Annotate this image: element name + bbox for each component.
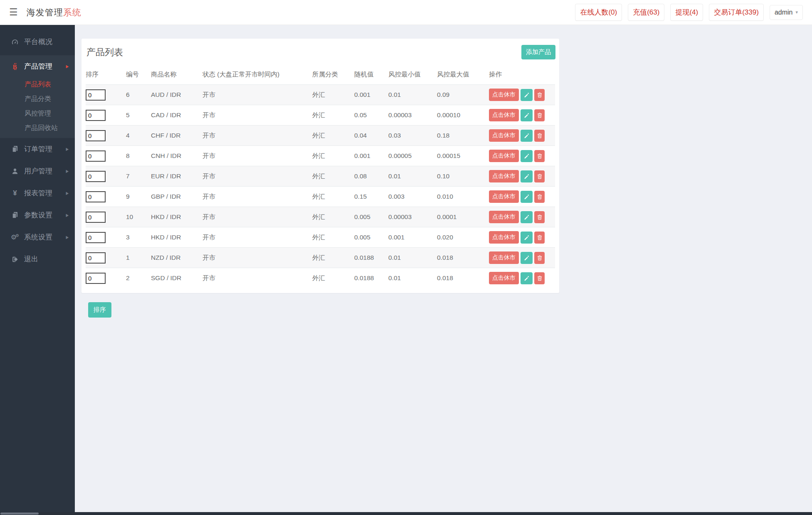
sort-order-input[interactable] [86, 273, 106, 284]
header-stat-button-0[interactable]: 在线人数(0) [575, 4, 622, 21]
edit-button[interactable] [521, 191, 533, 203]
sort-order-input[interactable] [86, 171, 106, 182]
trash-icon [537, 153, 542, 159]
sort-order-input[interactable] [86, 130, 106, 141]
delete-button[interactable] [534, 170, 545, 182]
cell-random-value: 0.005 [354, 227, 388, 248]
trash-icon [537, 234, 542, 240]
close-market-button[interactable]: 点击休市 [489, 129, 519, 142]
cell-sort [86, 146, 126, 166]
delete-button[interactable] [534, 272, 545, 284]
sidebar-subitem-product-recycle[interactable]: 产品回收站 [0, 121, 75, 136]
delete-button[interactable] [534, 252, 545, 264]
sort-order-input[interactable] [86, 191, 106, 202]
sort-button[interactable]: 排序 [88, 302, 111, 318]
chevron-right-icon: ▶ [66, 147, 69, 151]
table-row: 5CAD / IDR开市外汇0.050.000030.00010点击休市 [86, 105, 555, 126]
horizontal-scrollbar[interactable] [0, 512, 812, 515]
edit-button[interactable] [521, 150, 533, 162]
trash-icon [537, 255, 542, 261]
sidebar-subitem-product-list[interactable]: 产品列表 [0, 77, 75, 92]
close-market-button[interactable]: 点击休市 [489, 150, 519, 162]
column-header-1: 编号 [126, 65, 151, 85]
sort-order-input[interactable] [86, 212, 106, 223]
add-product-button[interactable]: 添加产品 [521, 45, 555, 59]
column-header-2: 商品名称 [151, 65, 202, 85]
cell-status: 开市 [202, 105, 312, 126]
sidebar-item-report-management[interactable]: ¥报表管理▶ [0, 182, 75, 204]
delete-button[interactable] [534, 232, 545, 244]
user-menu-button[interactable]: admin ▾ [770, 5, 803, 20]
sidebar-item-user-management[interactable]: 用户管理▶ [0, 160, 75, 182]
sidebar-item-logout[interactable]: 退出 [0, 248, 75, 270]
cell-product-name: HKD / IDR [151, 227, 202, 248]
header-stat-button-3[interactable]: 交易订单(339) [709, 4, 764, 21]
cell-risk-min: 0.001 [388, 227, 437, 248]
chevron-right-icon: ▶ [66, 191, 69, 195]
delete-button[interactable] [534, 211, 545, 223]
close-market-button[interactable]: 点击休市 [489, 190, 519, 203]
cell-actions: 点击休市 [489, 268, 555, 288]
edit-button[interactable] [521, 272, 533, 284]
sort-order-input[interactable] [86, 252, 106, 264]
table-row: 10HKD / IDR开市外汇0.0050.000030.0001点击休市 [86, 207, 555, 227]
close-market-button[interactable]: 点击休市 [489, 109, 519, 121]
edit-button[interactable] [521, 89, 533, 101]
row-actions: 点击休市 [489, 89, 554, 101]
cell-random-value: 0.0188 [354, 248, 388, 268]
chevron-right-icon: ▶ [66, 169, 69, 173]
sidebar-subitem-risk-management[interactable]: 风控管理 [0, 106, 75, 121]
sort-order-input[interactable] [86, 110, 106, 121]
delete-button[interactable] [534, 109, 545, 121]
edit-button[interactable] [521, 130, 533, 142]
cell-status: 开市 [202, 268, 312, 288]
sidebar-item-dashboard[interactable]: 平台概况 [0, 31, 75, 53]
close-market-button[interactable]: 点击休市 [489, 231, 519, 244]
table-row: 6AUD / IDR开市外汇0.0010.010.09点击休市 [86, 85, 555, 105]
delete-button[interactable] [534, 89, 545, 101]
cell-sort [86, 268, 126, 288]
sort-order-input[interactable] [86, 89, 106, 101]
close-market-button[interactable]: 点击休市 [489, 272, 519, 284]
cell-risk-max: 0.00015 [437, 146, 489, 166]
sidebar-item-product-management[interactable]: B产品管理▶ [0, 55, 75, 77]
card-header: 产品列表 添加产品 [81, 39, 559, 65]
delete-button[interactable] [534, 150, 545, 162]
delete-button[interactable] [534, 191, 545, 203]
pencil-icon [524, 113, 529, 118]
row-actions: 点击休市 [489, 251, 554, 264]
edit-button[interactable] [521, 211, 533, 223]
cell-category: 外汇 [312, 268, 354, 288]
hamburger-menu-icon[interactable]: ☰ [9, 7, 18, 17]
sidebar-group-order-management: 订单管理▶ [0, 138, 75, 160]
close-market-button[interactable]: 点击休市 [489, 211, 519, 223]
cell-id: 7 [126, 166, 151, 187]
close-market-button[interactable]: 点击休市 [489, 251, 519, 264]
sort-order-input[interactable] [86, 150, 106, 162]
row-actions: 点击休市 [489, 170, 554, 182]
delete-button[interactable] [534, 130, 545, 142]
edit-button[interactable] [521, 170, 533, 182]
cell-sort [86, 248, 126, 268]
cell-category: 外汇 [312, 85, 354, 105]
close-market-button[interactable]: 点击休市 [489, 89, 519, 101]
cell-actions: 点击休市 [489, 166, 555, 187]
sidebar-subitem-product-category[interactable]: 产品分类 [0, 92, 75, 106]
edit-button[interactable] [521, 232, 533, 244]
header-stat-button-2[interactable]: 提现(4) [670, 4, 703, 21]
table-row: 9GBP / IDR开市外汇0.150.0030.010点击休市 [86, 187, 555, 207]
sort-order-input[interactable] [86, 232, 106, 243]
edit-button[interactable] [521, 109, 533, 121]
sidebar-item-label: 系统设置 [24, 232, 52, 242]
close-market-button[interactable]: 点击休市 [489, 170, 519, 182]
sidebar-item-system-settings[interactable]: ⚙⚙系统设置▶ [0, 226, 75, 248]
table-row: 8CNH / IDR开市外汇0.0010.000050.00015点击休市 [86, 146, 555, 166]
sidebar-item-order-management[interactable]: 订单管理▶ [0, 138, 75, 160]
cell-product-name: GBP / IDR [151, 187, 202, 207]
sidebar-item-param-settings[interactable]: 参数设置▶ [0, 204, 75, 226]
edit-button[interactable] [521, 252, 533, 264]
header-stat-button-1[interactable]: 充值(63) [628, 4, 664, 21]
scrollbar-thumb[interactable] [0, 513, 39, 515]
cell-category: 外汇 [312, 187, 354, 207]
cell-product-name: CAD / IDR [151, 105, 202, 126]
